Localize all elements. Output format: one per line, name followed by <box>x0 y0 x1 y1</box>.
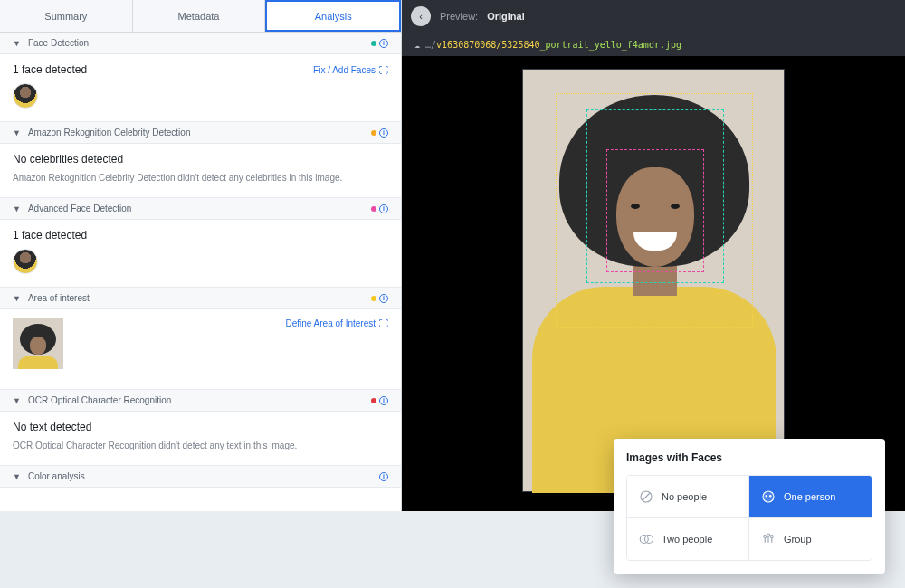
cloud-icon: ☁ <box>414 40 420 50</box>
tab-analysis[interactable]: Analysis <box>265 0 401 32</box>
preview-pane: ‹ Preview: Original ☁ …/ v1630870068/532… <box>402 0 905 511</box>
tab-metadata[interactable]: Metadata <box>133 0 266 32</box>
faces-filter-card: Images with Faces No people One person T… <box>614 439 885 574</box>
ocr-sub: OCR Optical Character Recognition didn't… <box>13 439 388 452</box>
svg-point-11 <box>770 536 773 538</box>
svg-point-4 <box>770 496 772 498</box>
section-title: OCR Optical Character Recognition <box>28 395 171 405</box>
section-celebrity-header[interactable]: ▼Amazon Rekognition Celebrity Detection … <box>0 122 401 144</box>
one-person-icon <box>760 488 776 505</box>
svg-point-5 <box>640 536 648 544</box>
section-advanced-face-header[interactable]: ▼Advanced Face Detection i <box>0 198 401 220</box>
path-segment-2: _portrait_yello_f4amdr.jpg <box>539 40 681 50</box>
section-celebrity-body: No celebrities detected Amazon Rekogniti… <box>0 144 401 198</box>
preview-back-button[interactable]: ‹ <box>411 6 431 26</box>
section-title: Area of interest <box>28 293 90 303</box>
info-icon[interactable]: i <box>379 472 388 481</box>
svg-point-2 <box>763 491 774 502</box>
svg-point-3 <box>766 496 767 498</box>
chevron-down-icon: ▼ <box>13 128 21 138</box>
svg-line-1 <box>643 493 650 500</box>
face-detection-result: 1 face detected <box>13 63 87 76</box>
filter-no-people[interactable]: No people <box>627 476 749 518</box>
section-ocr-body: No text detected OCR Optical Character R… <box>0 412 401 466</box>
advanced-face-bounding-box[interactable] <box>606 149 704 272</box>
tab-summary[interactable]: Summary <box>0 0 133 32</box>
filter-group[interactable]: Group <box>749 518 872 560</box>
svg-point-6 <box>645 536 653 544</box>
analysis-panel: ▼Face Detection i 1 face detected Fix / … <box>0 33 401 511</box>
expand-icon: ⛶ <box>379 65 388 75</box>
expand-icon: ⛶ <box>379 318 388 328</box>
svg-point-7 <box>764 536 767 538</box>
svg-point-9 <box>767 534 770 536</box>
section-ocr-header[interactable]: ▼OCR Optical Character Recognition i <box>0 390 401 412</box>
section-color-header[interactable]: ▼Color analysis i <box>0 466 401 488</box>
info-icon[interactable]: i <box>379 396 388 405</box>
no-people-icon <box>638 488 654 505</box>
section-title: Amazon Rekognition Celebrity Detection <box>28 128 191 138</box>
filter-one-person[interactable]: One person <box>749 476 872 518</box>
info-icon[interactable]: i <box>379 39 388 48</box>
group-icon <box>760 531 776 547</box>
preview-mode[interactable]: Original <box>487 11 525 22</box>
define-aoi-link[interactable]: Define Area of Interest⛶ <box>285 318 388 328</box>
chevron-down-icon: ▼ <box>13 39 21 48</box>
status-dot-icon <box>371 41 376 46</box>
section-face-detection-body: 1 face detected Fix / Add Faces⛶ <box>0 54 401 122</box>
section-title: Face Detection <box>28 38 89 48</box>
analysis-sidebar: Summary Metadata Analysis ▼Face Detectio… <box>0 0 402 511</box>
detected-face-avatar[interactable] <box>13 83 38 109</box>
aoi-thumbnail[interactable] <box>13 318 63 369</box>
detected-face-avatar[interactable] <box>13 249 38 274</box>
chevron-down-icon: ▼ <box>13 294 21 303</box>
card-title: Images with Faces <box>626 451 872 464</box>
info-icon[interactable]: i <box>379 204 388 213</box>
preview-image[interactable] <box>522 69 785 492</box>
status-dot-icon <box>371 206 376 212</box>
info-icon[interactable]: i <box>379 294 388 303</box>
section-advanced-face-body: 1 face detected <box>0 220 401 288</box>
preview-label: Preview: <box>440 11 478 22</box>
section-title: Advanced Face Detection <box>28 204 132 213</box>
celebrity-sub: Amazon Rekognition Celebrity Detection d… <box>13 171 388 185</box>
two-people-icon <box>638 531 654 547</box>
section-aoi-header[interactable]: ▼Area of interest i <box>0 288 401 309</box>
chevron-down-icon: ▼ <box>13 472 21 481</box>
faces-filter-grid: No people One person Two people Group <box>626 475 872 561</box>
section-title: Color analysis <box>28 471 85 481</box>
status-dot-icon <box>371 130 376 136</box>
info-icon[interactable]: i <box>379 128 388 138</box>
celebrity-result: No celebrities detected <box>13 153 388 166</box>
section-aoi-body: Define Area of Interest⛶ <box>0 309 401 390</box>
section-face-detection-header[interactable]: ▼Face Detection i <box>0 33 401 54</box>
path-segment-1: v1630870068/5325840 <box>436 40 539 50</box>
status-dot-icon <box>371 296 376 301</box>
asset-path-bar: ☁ …/ v1630870068/5325840 _portrait_yello… <box>402 33 905 56</box>
status-dot-icon <box>371 398 376 403</box>
fix-add-faces-link[interactable]: Fix / Add Faces⛶ <box>313 65 388 75</box>
preview-header: ‹ Preview: Original <box>402 0 905 33</box>
ocr-result: No text detected <box>13 421 388 433</box>
filter-two-people[interactable]: Two people <box>627 518 749 560</box>
chevron-down-icon: ▼ <box>13 204 21 213</box>
sidebar-tabs: Summary Metadata Analysis <box>0 0 401 33</box>
chevron-down-icon: ▼ <box>13 396 21 405</box>
path-prefix: …/ <box>425 40 436 50</box>
advanced-face-result: 1 face detected <box>13 229 388 242</box>
